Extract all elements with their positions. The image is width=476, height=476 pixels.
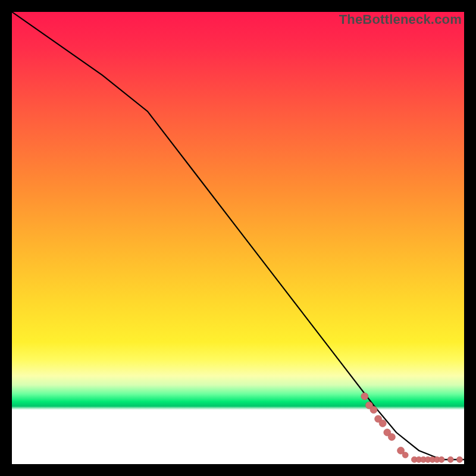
svg-point-6 [388, 433, 395, 440]
svg-point-0 [361, 393, 368, 400]
svg-point-4 [379, 420, 386, 427]
series-curve [12, 12, 464, 459]
svg-point-8 [402, 452, 408, 458]
chart-svg [12, 12, 464, 464]
plot-area: TheBottleneck.com [12, 12, 464, 464]
tail-scatter [361, 393, 463, 462]
svg-point-15 [439, 456, 444, 462]
svg-point-16 [447, 456, 453, 462]
svg-point-17 [456, 456, 462, 462]
chart-frame: TheBottleneck.com [0, 0, 476, 476]
svg-point-2 [370, 406, 377, 414]
